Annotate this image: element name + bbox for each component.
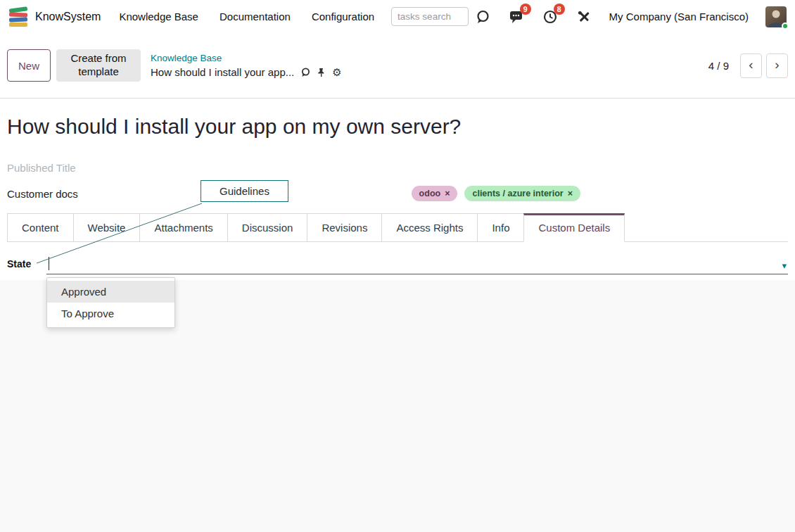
tab-attachments[interactable]: Attachments: [139, 213, 227, 241]
notebook-tabs: Content Website Attachments Discussion R…: [7, 213, 788, 242]
tag-remove-icon[interactable]: ×: [445, 189, 450, 198]
pin-icon[interactable]: [317, 68, 326, 77]
menu-documentation[interactable]: Documentation: [220, 11, 291, 23]
published-title-input[interactable]: Published Title: [7, 162, 788, 174]
main-menu: Knowledge Base Documentation Configurati…: [119, 11, 374, 23]
tab-info[interactable]: Info: [477, 213, 524, 241]
text-cursor: [49, 257, 49, 270]
menu-configuration[interactable]: Configuration: [312, 11, 374, 23]
tab-custom-details[interactable]: Custom Details: [523, 213, 625, 242]
pager-counter: 4 / 9: [708, 60, 729, 72]
state-input[interactable]: ▾: [46, 253, 788, 274]
state-field-label: State: [7, 258, 46, 274]
breadcrumb-parent-link[interactable]: Knowledge Base: [151, 53, 342, 63]
search-input[interactable]: [391, 7, 469, 26]
meta-row: Customer docs odoo × clients / azure int…: [7, 182, 788, 205]
state-field-row: State ▾ Approved To Approve: [7, 249, 788, 274]
pager: 4 / 9 ‹ ›: [708, 53, 788, 78]
pager-next-button[interactable]: ›: [766, 53, 788, 78]
guideline-popup: Guidelines: [201, 180, 288, 202]
menu-knowledge-base[interactable]: Knowledge Base: [119, 11, 198, 23]
tab-access-rights[interactable]: Access Rights: [381, 213, 478, 241]
tab-discussion[interactable]: Discussion: [227, 213, 308, 241]
messages-icon[interactable]: 9: [508, 8, 525, 25]
gear-icon[interactable]: ⚙: [332, 67, 341, 77]
tab-revisions[interactable]: Revisions: [307, 213, 382, 241]
breadcrumb: Knowledge Base How should I install your…: [151, 53, 342, 78]
tools-icon[interactable]: [575, 8, 592, 25]
app-logo-icon[interactable]: [8, 6, 30, 27]
user-avatar[interactable]: [765, 6, 787, 27]
tab-content[interactable]: Content: [7, 213, 74, 241]
app-name: KnowSystem: [35, 11, 101, 23]
tag-remove-icon[interactable]: ×: [568, 189, 573, 198]
create-from-template-button[interactable]: Create from template: [56, 49, 141, 82]
activities-icon[interactable]: 8: [542, 8, 559, 25]
tags-list: odoo × clients / azure interior ×: [412, 186, 580, 201]
chevron-down-icon[interactable]: ▾: [782, 260, 787, 271]
pager-prev-button[interactable]: ‹: [740, 53, 762, 78]
activities-badge: 8: [554, 4, 565, 15]
company-switcher[interactable]: My Company (San Francisco): [609, 11, 749, 23]
option-to-approve[interactable]: To Approve: [47, 303, 174, 324]
new-button[interactable]: New: [7, 49, 51, 82]
article-sheet: How should I install your app on my own …: [0, 99, 795, 280]
option-approved[interactable]: Approved: [47, 281, 174, 303]
tag-label: clients / azure interior: [472, 189, 563, 198]
messages-badge: 9: [520, 4, 531, 15]
tab-website[interactable]: Website: [73, 213, 141, 241]
online-status-dot: [782, 23, 789, 30]
navbar-right: 9 8 My Company (San Francisco): [474, 6, 787, 27]
article-title-input[interactable]: How should I install your app on my own …: [7, 113, 788, 141]
tag-clients-azure-interior[interactable]: clients / azure interior ×: [464, 186, 580, 201]
tag-label: odoo: [419, 189, 441, 198]
tag-odoo[interactable]: odoo ×: [412, 186, 458, 201]
control-panel: New Create from template Knowledge Base …: [0, 33, 795, 99]
section-field[interactable]: Customer docs: [7, 188, 78, 200]
chatter-toggle-icon[interactable]: [300, 68, 310, 77]
top-navbar: KnowSystem Knowledge Base Documentation …: [0, 0, 795, 33]
state-dropdown-menu: Approved To Approve: [46, 277, 175, 328]
breadcrumb-current: How should I install your app...: [151, 66, 294, 78]
discuss-icon[interactable]: [474, 8, 491, 25]
page: KnowSystem Knowledge Base Documentation …: [0, 0, 795, 532]
